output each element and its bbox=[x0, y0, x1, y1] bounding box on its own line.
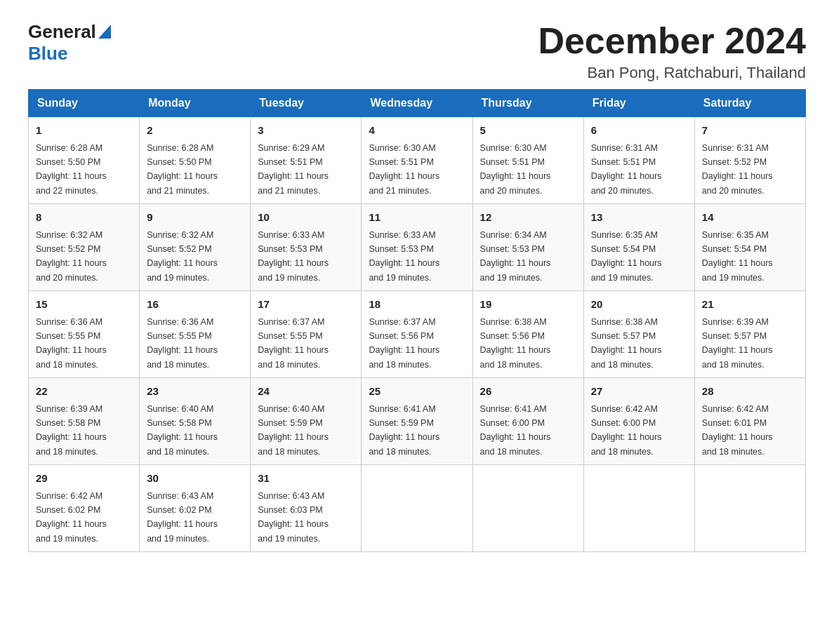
weekday-header-tuesday: Tuesday bbox=[251, 90, 362, 117]
calendar-cell: 31 Sunrise: 6:43 AMSunset: 6:03 PMDaylig… bbox=[251, 465, 362, 552]
day-info: Sunrise: 6:41 AMSunset: 6:00 PMDaylight:… bbox=[480, 404, 551, 457]
day-info: Sunrise: 6:30 AMSunset: 5:51 PMDaylight:… bbox=[369, 143, 439, 196]
day-info: Sunrise: 6:42 AMSunset: 6:00 PMDaylight:… bbox=[591, 404, 662, 457]
calendar-cell: 2 Sunrise: 6:28 AMSunset: 5:50 PMDayligh… bbox=[140, 117, 251, 204]
day-info: Sunrise: 6:39 AMSunset: 5:58 PMDaylight:… bbox=[36, 404, 107, 457]
day-info: Sunrise: 6:29 AMSunset: 5:51 PMDaylight:… bbox=[258, 143, 329, 196]
logo: General Blue bbox=[28, 21, 111, 65]
calendar-cell: 16 Sunrise: 6:36 AMSunset: 5:55 PMDaylig… bbox=[140, 291, 251, 378]
day-info: Sunrise: 6:36 AMSunset: 5:55 PMDaylight:… bbox=[36, 317, 107, 370]
day-info: Sunrise: 6:31 AMSunset: 5:51 PMDaylight:… bbox=[591, 143, 662, 196]
day-number: 8 bbox=[36, 210, 132, 226]
day-info: Sunrise: 6:28 AMSunset: 5:50 PMDaylight:… bbox=[147, 143, 218, 196]
calendar-cell: 12 Sunrise: 6:34 AMSunset: 5:53 PMDaylig… bbox=[472, 204, 583, 291]
day-number: 27 bbox=[591, 384, 687, 400]
day-info: Sunrise: 6:41 AMSunset: 5:59 PMDaylight:… bbox=[369, 404, 439, 457]
day-number: 5 bbox=[480, 123, 576, 139]
day-info: Sunrise: 6:34 AMSunset: 5:53 PMDaylight:… bbox=[480, 230, 551, 283]
calendar-cell: 28 Sunrise: 6:42 AMSunset: 6:01 PMDaylig… bbox=[694, 378, 805, 465]
calendar-cell: 18 Sunrise: 6:37 AMSunset: 5:56 PMDaylig… bbox=[362, 291, 472, 378]
day-info: Sunrise: 6:42 AMSunset: 6:01 PMDaylight:… bbox=[702, 404, 773, 457]
calendar-cell: 10 Sunrise: 6:33 AMSunset: 5:53 PMDaylig… bbox=[251, 204, 362, 291]
day-info: Sunrise: 6:35 AMSunset: 5:54 PMDaylight:… bbox=[591, 230, 662, 283]
day-number: 12 bbox=[480, 210, 576, 226]
calendar-week-row: 15 Sunrise: 6:36 AMSunset: 5:55 PMDaylig… bbox=[29, 291, 806, 378]
calendar-cell: 14 Sunrise: 6:35 AMSunset: 5:54 PMDaylig… bbox=[694, 204, 805, 291]
day-number: 4 bbox=[369, 123, 465, 139]
calendar-cell: 6 Sunrise: 6:31 AMSunset: 5:51 PMDayligh… bbox=[583, 117, 694, 204]
location-title: Ban Pong, Ratchaburi, Thailand bbox=[538, 64, 806, 82]
day-info: Sunrise: 6:38 AMSunset: 5:57 PMDaylight:… bbox=[591, 317, 662, 370]
weekday-header-monday: Monday bbox=[140, 90, 251, 117]
day-info: Sunrise: 6:36 AMSunset: 5:55 PMDaylight:… bbox=[147, 317, 218, 370]
day-info: Sunrise: 6:37 AMSunset: 5:55 PMDaylight:… bbox=[258, 317, 329, 370]
calendar-cell: 30 Sunrise: 6:43 AMSunset: 6:02 PMDaylig… bbox=[140, 465, 251, 552]
weekday-header-friday: Friday bbox=[583, 90, 694, 117]
day-info: Sunrise: 6:30 AMSunset: 5:51 PMDaylight:… bbox=[480, 143, 551, 196]
calendar-cell: 26 Sunrise: 6:41 AMSunset: 6:00 PMDaylig… bbox=[472, 378, 583, 465]
day-number: 28 bbox=[702, 384, 798, 400]
day-number: 14 bbox=[702, 210, 798, 226]
calendar-table: SundayMondayTuesdayWednesdayThursdayFrid… bbox=[28, 89, 806, 552]
calendar-week-row: 22 Sunrise: 6:39 AMSunset: 5:58 PMDaylig… bbox=[29, 378, 806, 465]
calendar-cell bbox=[583, 465, 694, 552]
weekday-header-wednesday: Wednesday bbox=[362, 90, 472, 117]
calendar-cell: 17 Sunrise: 6:37 AMSunset: 5:55 PMDaylig… bbox=[251, 291, 362, 378]
day-number: 30 bbox=[147, 471, 243, 487]
day-number: 13 bbox=[591, 210, 687, 226]
day-number: 23 bbox=[147, 384, 243, 400]
day-number: 3 bbox=[258, 123, 354, 139]
calendar-cell: 4 Sunrise: 6:30 AMSunset: 5:51 PMDayligh… bbox=[362, 117, 472, 204]
calendar-cell bbox=[472, 465, 583, 552]
weekday-header-thursday: Thursday bbox=[472, 90, 583, 117]
calendar-cell bbox=[694, 465, 805, 552]
day-number: 24 bbox=[258, 384, 354, 400]
day-info: Sunrise: 6:38 AMSunset: 5:56 PMDaylight:… bbox=[480, 317, 551, 370]
calendar-cell: 11 Sunrise: 6:33 AMSunset: 5:53 PMDaylig… bbox=[362, 204, 472, 291]
calendar-cell: 8 Sunrise: 6:32 AMSunset: 5:52 PMDayligh… bbox=[29, 204, 140, 291]
day-info: Sunrise: 6:32 AMSunset: 5:52 PMDaylight:… bbox=[147, 230, 218, 283]
calendar-cell: 5 Sunrise: 6:30 AMSunset: 5:51 PMDayligh… bbox=[472, 117, 583, 204]
day-info: Sunrise: 6:43 AMSunset: 6:03 PMDaylight:… bbox=[258, 491, 329, 544]
calendar-cell: 22 Sunrise: 6:39 AMSunset: 5:58 PMDaylig… bbox=[29, 378, 140, 465]
day-number: 29 bbox=[36, 471, 132, 487]
calendar-cell: 9 Sunrise: 6:32 AMSunset: 5:52 PMDayligh… bbox=[140, 204, 251, 291]
day-number: 26 bbox=[480, 384, 576, 400]
day-info: Sunrise: 6:39 AMSunset: 5:57 PMDaylight:… bbox=[702, 317, 773, 370]
day-number: 6 bbox=[591, 123, 687, 139]
weekday-header-sunday: Sunday bbox=[29, 90, 140, 117]
day-number: 1 bbox=[36, 123, 132, 139]
calendar-cell: 27 Sunrise: 6:42 AMSunset: 6:00 PMDaylig… bbox=[583, 378, 694, 465]
calendar-week-row: 8 Sunrise: 6:32 AMSunset: 5:52 PMDayligh… bbox=[29, 204, 806, 291]
calendar-cell: 1 Sunrise: 6:28 AMSunset: 5:50 PMDayligh… bbox=[29, 117, 140, 204]
weekday-header-saturday: Saturday bbox=[694, 90, 805, 117]
day-number: 9 bbox=[147, 210, 243, 226]
calendar-cell: 29 Sunrise: 6:42 AMSunset: 6:02 PMDaylig… bbox=[29, 465, 140, 552]
calendar-cell: 7 Sunrise: 6:31 AMSunset: 5:52 PMDayligh… bbox=[694, 117, 805, 204]
month-year-title: December 2024 bbox=[538, 21, 806, 61]
day-number: 20 bbox=[591, 297, 687, 313]
day-info: Sunrise: 6:43 AMSunset: 6:02 PMDaylight:… bbox=[147, 491, 218, 544]
day-number: 31 bbox=[258, 471, 354, 487]
calendar-cell: 23 Sunrise: 6:40 AMSunset: 5:58 PMDaylig… bbox=[140, 378, 251, 465]
day-number: 21 bbox=[702, 297, 798, 313]
logo-general: General bbox=[28, 21, 96, 43]
title-block: December 2024 Ban Pong, Ratchaburi, Thai… bbox=[538, 21, 806, 82]
calendar-header: SundayMondayTuesdayWednesdayThursdayFrid… bbox=[29, 90, 806, 117]
day-number: 15 bbox=[36, 297, 132, 313]
calendar-cell: 3 Sunrise: 6:29 AMSunset: 5:51 PMDayligh… bbox=[251, 117, 362, 204]
day-number: 25 bbox=[369, 384, 465, 400]
day-number: 11 bbox=[369, 210, 465, 226]
calendar-cell: 13 Sunrise: 6:35 AMSunset: 5:54 PMDaylig… bbox=[583, 204, 694, 291]
day-number: 2 bbox=[147, 123, 243, 139]
calendar-cell: 24 Sunrise: 6:40 AMSunset: 5:59 PMDaylig… bbox=[251, 378, 362, 465]
day-number: 19 bbox=[480, 297, 576, 313]
day-info: Sunrise: 6:28 AMSunset: 5:50 PMDaylight:… bbox=[36, 143, 107, 196]
calendar-cell: 19 Sunrise: 6:38 AMSunset: 5:56 PMDaylig… bbox=[472, 291, 583, 378]
day-info: Sunrise: 6:32 AMSunset: 5:52 PMDaylight:… bbox=[36, 230, 107, 283]
day-info: Sunrise: 6:33 AMSunset: 5:53 PMDaylight:… bbox=[369, 230, 439, 283]
day-number: 22 bbox=[36, 384, 132, 400]
day-info: Sunrise: 6:40 AMSunset: 5:59 PMDaylight:… bbox=[258, 404, 329, 457]
svg-marker-0 bbox=[98, 25, 111, 39]
logo-triangle-icon bbox=[98, 25, 111, 41]
